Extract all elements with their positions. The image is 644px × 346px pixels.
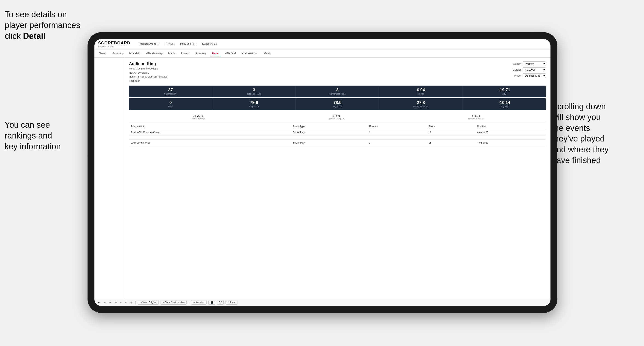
- player-control: Player Addison King: [514, 73, 546, 78]
- undo-btn[interactable]: ↩: [97, 301, 101, 304]
- table-header-cell: Event Type: [291, 124, 367, 129]
- watch-btn[interactable]: 👁 Watch ▾: [191, 300, 206, 305]
- logo-area: SCOREBOARD Powered by clippd: [98, 41, 130, 47]
- save-custom-btn[interactable]: ⊟ Save Custom View: [160, 300, 186, 305]
- share-icon: ⤴: [228, 301, 229, 304]
- table-cell: Lady Coyote Invite: [129, 140, 291, 146]
- player-year: First Year: [129, 79, 167, 83]
- left-panel: [94, 58, 124, 299]
- player-name: Addison King: [129, 61, 167, 66]
- tablet-frame: SCOREBOARD Powered by clippd TOURNAMENTS…: [88, 32, 558, 313]
- player-info: Addison King Mesa Community College NJCA…: [129, 61, 167, 83]
- table-cell: [426, 136, 476, 140]
- player-label: Player: [514, 74, 522, 77]
- main-content: Addison King Mesa Community College NJCA…: [94, 58, 550, 299]
- top-nav: SCOREBOARD Powered by clippd TOURNAMENTS…: [94, 39, 550, 49]
- app-container: SCOREBOARD Powered by clippd TOURNAMENTS…: [94, 39, 550, 306]
- tab-h2h-grid[interactable]: H2H Grid: [128, 50, 141, 57]
- tab-teams[interactable]: Teams: [98, 50, 108, 57]
- stat-cell: -19.71SoS: [463, 86, 546, 97]
- table-cell: [129, 136, 291, 140]
- table-header-cell: Rounds: [367, 124, 426, 129]
- share-btn[interactable]: ⤴ Share: [226, 300, 238, 305]
- stat-cell: 37National Rank: [129, 86, 212, 97]
- gender-select[interactable]: Women Men: [523, 61, 546, 66]
- plus-btn[interactable]: +: [124, 301, 128, 304]
- division-control: Division NJCAA I NJCAA II: [512, 67, 546, 72]
- records-row: 91-20-1Overall Record1-5-0Record vs top …: [129, 112, 546, 122]
- tab-matrix2[interactable]: Matrix: [263, 50, 272, 57]
- player-select[interactable]: Addison King: [523, 73, 546, 78]
- record-item: 1-5-0Record vs top 25: [329, 114, 344, 120]
- table-header-cell: Score: [426, 124, 476, 129]
- player-controls: Gender Women Men Division NJCAA I: [512, 61, 546, 83]
- view-original-btn[interactable]: ⊡ View: Original: [138, 300, 159, 305]
- stats-row2: 0Wins79.6Avg Score78.5Adj Score27.8Avg S…: [129, 98, 546, 110]
- tab-h2h-heatmap2[interactable]: H2H Heatmap: [240, 50, 259, 57]
- table-cell: 2: [367, 129, 426, 136]
- bottom-toolbar: ↩ ↪ ⟳ ⊞ − + ◷ | ⊡ View: Original ⊟ Save …: [94, 299, 550, 306]
- table-cell: Estella CC- Mountain Classic: [129, 129, 291, 136]
- view-icon: ⊡: [140, 301, 142, 304]
- tablet-screen: SCOREBOARD Powered by clippd TOURNAMENTS…: [94, 39, 550, 306]
- stat-cell: 6.04Points: [379, 86, 463, 97]
- table-row: Lady Coyote InviteStroke Play2167 out of…: [129, 140, 546, 146]
- stat-cell: 79.6Avg Score: [212, 98, 296, 110]
- logo-title: SCOREBOARD: [98, 41, 130, 45]
- tab-players[interactable]: Players: [180, 50, 190, 57]
- stat-cell: 0Wins: [129, 98, 212, 110]
- tab-summary2[interactable]: Summary: [194, 50, 208, 57]
- table-cell: [476, 136, 546, 140]
- player-region: Region 1 - Southwest (18) District: [129, 75, 167, 79]
- logo-sub: Powered by clippd: [98, 45, 130, 47]
- table-header-cell: Tournament: [129, 124, 291, 129]
- minus-btn[interactable]: −: [119, 301, 122, 304]
- tab-h2h-grid2[interactable]: H2H Grid: [224, 50, 237, 57]
- stat-cell: 27.8Avg Score to Par: [379, 98, 463, 110]
- table-cell: Stroke Play: [291, 129, 367, 136]
- nav-rankings[interactable]: RANKINGS: [202, 42, 217, 47]
- tab-summary[interactable]: Summary: [112, 50, 124, 57]
- watch-icon: 👁: [193, 301, 196, 304]
- table-cell: Stroke Play: [291, 140, 367, 146]
- table-header-cell: Position: [476, 124, 546, 129]
- table-cell: 7 out of 20: [476, 140, 546, 146]
- stat-cell: 3Conference Rank: [296, 86, 379, 97]
- division-select[interactable]: NJCAA I NJCAA II: [523, 67, 546, 72]
- table-cell: 17: [426, 129, 476, 136]
- clock-btn[interactable]: ◷: [130, 301, 133, 304]
- record-item: 5-11-1Record vs top 50: [468, 114, 484, 120]
- player-division: NJCAA Division 1: [129, 71, 167, 75]
- record-item: 91-20-1Overall Record: [191, 114, 205, 120]
- table-cell: 4 out of 20: [476, 129, 546, 136]
- sep1: |: [135, 301, 136, 304]
- tab-matrix[interactable]: Matrix: [167, 50, 176, 57]
- player-header: Addison King Mesa Community College NJCA…: [129, 61, 546, 83]
- nav-items: TOURNAMENTS TEAMS COMMITTEE RANKINGS: [138, 42, 217, 47]
- refresh-btn[interactable]: ⟳: [108, 301, 112, 304]
- nav-committee[interactable]: COMMITTEE: [180, 42, 197, 47]
- division-label: Division: [512, 68, 522, 71]
- grid-btn[interactable]: ⊞: [114, 301, 118, 304]
- annotation-right: Scrolling down will show you the events …: [552, 101, 640, 166]
- player-college: Mesa Community College: [129, 67, 167, 71]
- tablet-btn[interactable]: 📱: [208, 300, 215, 305]
- stat-cell: 3Regional Rank: [212, 86, 296, 97]
- stats-row1: 37National Rank3Regional Rank3Conference…: [129, 86, 546, 97]
- redo-btn[interactable]: ↪: [103, 301, 106, 304]
- tournament-table: TournamentEvent TypeRoundsScorePosition …: [129, 124, 546, 146]
- tab-h2h-heatmap[interactable]: H2H Heatmap: [145, 50, 164, 57]
- gender-control: Gender Women Men: [513, 61, 546, 66]
- stat-cell: 78.5Adj Score: [296, 98, 379, 110]
- tab-detail[interactable]: Detail: [211, 50, 220, 57]
- sub-nav: Teams Summary H2H Grid H2H Heatmap Matri…: [94, 49, 550, 58]
- stat-cell: -10.14Avg SG: [463, 98, 546, 110]
- annotation-bottomleft: You can see rankings and key information: [4, 120, 83, 152]
- table-row: [129, 136, 546, 140]
- table-cell: 16: [426, 140, 476, 146]
- save-icon: ⊟: [162, 301, 164, 304]
- table-row: Estella CC- Mountain ClassicStroke Play2…: [129, 129, 546, 136]
- nav-teams[interactable]: TEAMS: [164, 42, 175, 47]
- nav-tournaments[interactable]: TOURNAMENTS: [138, 42, 160, 47]
- expand-btn[interactable]: ⛶: [217, 300, 224, 305]
